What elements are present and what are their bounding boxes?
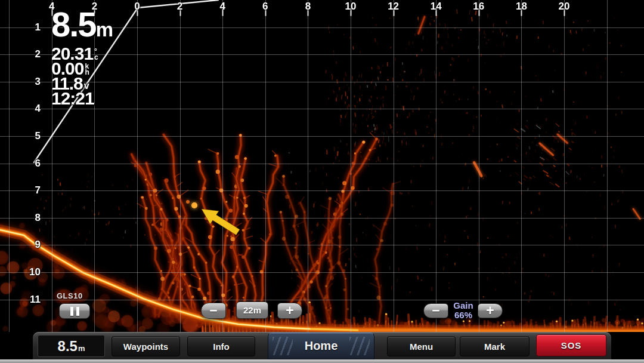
clock-readout: 12:21 [51,91,113,106]
pause-button[interactable] [59,303,90,319]
depth-axis-label: 6 [25,158,41,170]
range-increase-button[interactable]: + [277,303,302,319]
depth-axis-label: 3 [25,76,41,88]
pause-icon [70,307,79,316]
annotation-arrow-icon [197,203,247,241]
top-axis-label: 14 [428,1,444,13]
range-value-button[interactable]: 22m [236,302,268,319]
gain-value: 66% [448,310,479,320]
depth-axis-label: 11 [25,294,41,306]
home-button-stripes [273,337,293,355]
home-button-label: Home [305,339,338,353]
depth-display-unit: m [78,344,85,353]
top-axis-label: 18 [513,1,529,13]
depth-axis-label: 1 [25,21,41,33]
depth-axis-label: 10 [25,266,41,278]
depth-axis-label: 5 [25,130,41,142]
range-decrease-button[interactable]: − [201,303,226,319]
data-overlay: 8.5m 20.31 °c 0.00 kh 11.8 v 12:21 [51,8,113,106]
home-button-stripes [349,337,370,355]
gain-increase-button[interactable]: + [478,303,503,318]
top-axis-label: 4 [215,1,230,13]
top-axis-label: 10 [343,1,358,13]
depth-axis-label: 2 [25,48,41,60]
menu-button[interactable]: Menu [387,336,456,356]
depth-axis-label: 4 [25,103,41,115]
gain-decrease-button[interactable]: − [423,303,448,318]
info-button[interactable]: Info [187,336,255,356]
top-axis-label: 0 [129,1,145,13]
top-axis-label: 16 [471,1,487,13]
bottom-toolbar: 8.5m Waypoints Info Home Menu Mark SOS [0,332,644,359]
top-axis-label: 8 [300,1,315,13]
top-axis-label: 2 [172,1,188,13]
mark-button[interactable]: Mark [460,336,530,356]
depth-display-button[interactable]: 8.5m [38,335,105,357]
depth-axis-label: 8 [25,212,41,224]
home-button[interactable]: Home [268,333,374,359]
gain-readout: Gain 66% [448,301,479,320]
depth-axis-label: 9 [25,239,41,251]
transducer-model-label: GLS10 [57,291,83,300]
depth-display-value: 8.5 [58,338,78,355]
top-axis-label: 20 [556,1,572,13]
range-value: 22m [243,305,261,315]
top-axis-label: 12 [386,1,401,13]
minus-icon: − [432,304,439,316]
top-axis-label: 6 [258,1,273,13]
plus-icon: + [286,304,293,316]
depth-readout: 8.5m [51,8,113,46]
bottom-edge-strip [0,359,644,363]
toolbar-background: 8.5m Waypoints Info Home Menu Mark SOS [33,332,611,359]
sos-button[interactable]: SOS [536,334,606,356]
waypoints-button[interactable]: Waypoints [112,336,180,356]
minus-icon: − [209,304,217,316]
depth-axis-label: 7 [25,184,41,196]
gain-label: Gain [448,301,479,310]
plus-icon: + [486,304,494,316]
